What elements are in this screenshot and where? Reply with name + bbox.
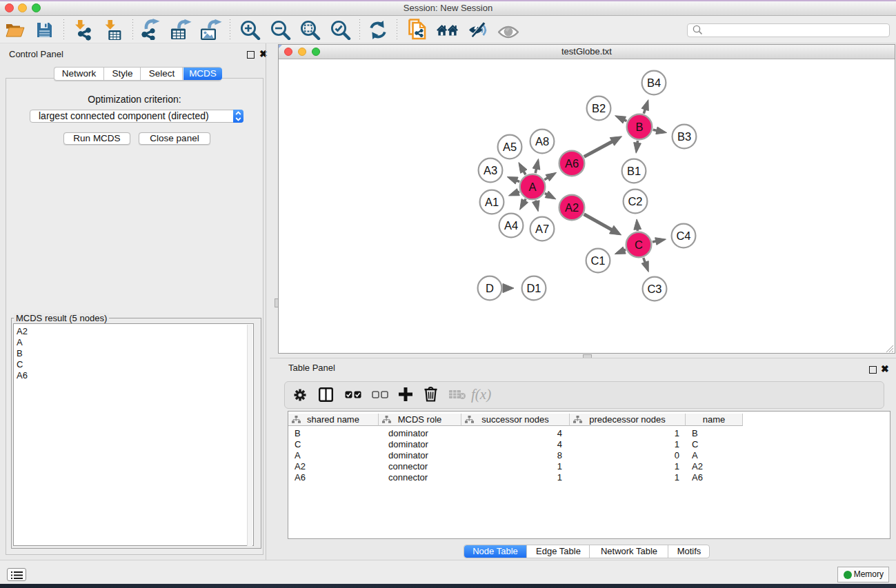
svg-text:B: B (635, 121, 643, 133)
svg-text:C1: C1 (590, 254, 605, 267)
svg-text:A6: A6 (565, 157, 579, 170)
svg-text:A8: A8 (535, 135, 549, 148)
svg-text:B1: B1 (627, 165, 641, 177)
svg-text:A: A (528, 181, 536, 193)
svg-text:D1: D1 (526, 282, 541, 294)
svg-text:D: D (486, 282, 494, 294)
svg-text:C4: C4 (676, 230, 690, 242)
svg-text:C: C (635, 239, 643, 251)
svg-text:A5: A5 (503, 141, 517, 153)
svg-text:A3: A3 (484, 164, 497, 176)
svg-text:A1: A1 (485, 196, 499, 208)
svg-text:C2: C2 (628, 195, 642, 207)
svg-text:B4: B4 (647, 77, 661, 89)
svg-text:B3: B3 (677, 130, 691, 143)
svg-text:A2: A2 (565, 201, 579, 214)
svg-text:C3: C3 (647, 283, 661, 295)
svg-text:B2: B2 (592, 102, 606, 114)
svg-text:A7: A7 (535, 223, 549, 235)
svg-text:A4: A4 (504, 219, 518, 232)
